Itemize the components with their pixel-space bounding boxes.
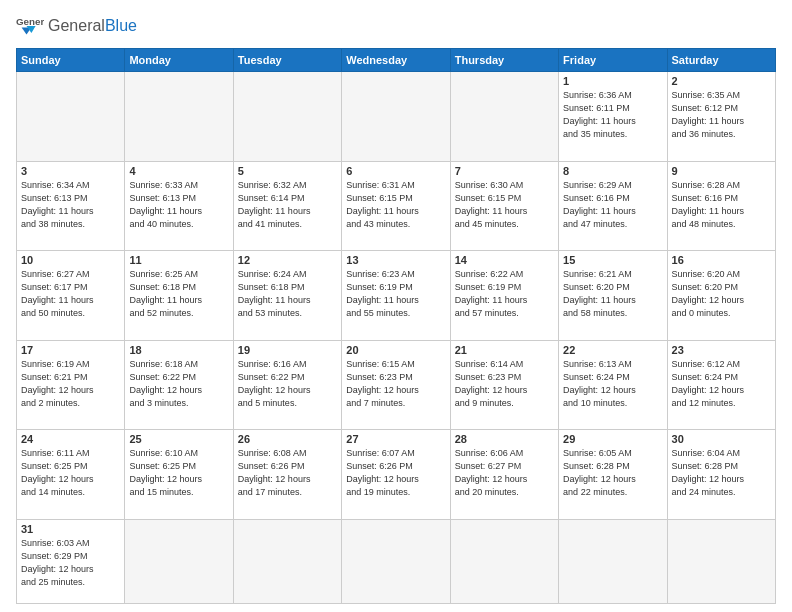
calendar-cell: 17Sunrise: 6:19 AM Sunset: 6:21 PM Dayli…: [17, 340, 125, 430]
day-info: Sunrise: 6:04 AM Sunset: 6:28 PM Dayligh…: [672, 447, 771, 499]
calendar-week-row: 10Sunrise: 6:27 AM Sunset: 6:17 PM Dayli…: [17, 251, 776, 341]
day-info: Sunrise: 6:19 AM Sunset: 6:21 PM Dayligh…: [21, 358, 120, 410]
day-info: Sunrise: 6:27 AM Sunset: 6:17 PM Dayligh…: [21, 268, 120, 320]
day-info: Sunrise: 6:21 AM Sunset: 6:20 PM Dayligh…: [563, 268, 662, 320]
day-info: Sunrise: 6:15 AM Sunset: 6:23 PM Dayligh…: [346, 358, 445, 410]
day-info: Sunrise: 6:25 AM Sunset: 6:18 PM Dayligh…: [129, 268, 228, 320]
day-number: 8: [563, 165, 662, 177]
day-number: 13: [346, 254, 445, 266]
calendar-week-row: 17Sunrise: 6:19 AM Sunset: 6:21 PM Dayli…: [17, 340, 776, 430]
day-number: 3: [21, 165, 120, 177]
calendar-cell: 6Sunrise: 6:31 AM Sunset: 6:15 PM Daylig…: [342, 161, 450, 251]
day-number: 25: [129, 433, 228, 445]
day-info: Sunrise: 6:16 AM Sunset: 6:22 PM Dayligh…: [238, 358, 337, 410]
calendar-cell: 18Sunrise: 6:18 AM Sunset: 6:22 PM Dayli…: [125, 340, 233, 430]
calendar-cell: 20Sunrise: 6:15 AM Sunset: 6:23 PM Dayli…: [342, 340, 450, 430]
day-number: 21: [455, 344, 554, 356]
calendar-cell: 24Sunrise: 6:11 AM Sunset: 6:25 PM Dayli…: [17, 430, 125, 520]
calendar-cell: 19Sunrise: 6:16 AM Sunset: 6:22 PM Dayli…: [233, 340, 341, 430]
calendar-cell: 21Sunrise: 6:14 AM Sunset: 6:23 PM Dayli…: [450, 340, 558, 430]
calendar-week-row: 1Sunrise: 6:36 AM Sunset: 6:11 PM Daylig…: [17, 72, 776, 162]
day-number: 2: [672, 75, 771, 87]
day-info: Sunrise: 6:33 AM Sunset: 6:13 PM Dayligh…: [129, 179, 228, 231]
calendar-cell: [342, 519, 450, 603]
calendar-cell: 10Sunrise: 6:27 AM Sunset: 6:17 PM Dayli…: [17, 251, 125, 341]
calendar-cell: 5Sunrise: 6:32 AM Sunset: 6:14 PM Daylig…: [233, 161, 341, 251]
day-number: 18: [129, 344, 228, 356]
calendar-cell: 8Sunrise: 6:29 AM Sunset: 6:16 PM Daylig…: [559, 161, 667, 251]
day-info: Sunrise: 6:29 AM Sunset: 6:16 PM Dayligh…: [563, 179, 662, 231]
day-number: 27: [346, 433, 445, 445]
weekday-header-row: SundayMondayTuesdayWednesdayThursdayFrid…: [17, 49, 776, 72]
day-info: Sunrise: 6:22 AM Sunset: 6:19 PM Dayligh…: [455, 268, 554, 320]
weekday-header-tuesday: Tuesday: [233, 49, 341, 72]
day-number: 10: [21, 254, 120, 266]
weekday-header-thursday: Thursday: [450, 49, 558, 72]
weekday-header-wednesday: Wednesday: [342, 49, 450, 72]
calendar-cell: 3Sunrise: 6:34 AM Sunset: 6:13 PM Daylig…: [17, 161, 125, 251]
day-info: Sunrise: 6:12 AM Sunset: 6:24 PM Dayligh…: [672, 358, 771, 410]
weekday-header-sunday: Sunday: [17, 49, 125, 72]
calendar-cell: [17, 72, 125, 162]
calendar-cell: [125, 519, 233, 603]
calendar-cell: 31Sunrise: 6:03 AM Sunset: 6:29 PM Dayli…: [17, 519, 125, 603]
day-info: Sunrise: 6:03 AM Sunset: 6:29 PM Dayligh…: [21, 537, 120, 589]
day-info: Sunrise: 6:05 AM Sunset: 6:28 PM Dayligh…: [563, 447, 662, 499]
page-header: General GeneralBlue: [16, 12, 776, 40]
calendar-cell: [450, 519, 558, 603]
calendar-cell: 1Sunrise: 6:36 AM Sunset: 6:11 PM Daylig…: [559, 72, 667, 162]
day-number: 15: [563, 254, 662, 266]
day-info: Sunrise: 6:10 AM Sunset: 6:25 PM Dayligh…: [129, 447, 228, 499]
calendar-week-row: 3Sunrise: 6:34 AM Sunset: 6:13 PM Daylig…: [17, 161, 776, 251]
calendar-cell: 15Sunrise: 6:21 AM Sunset: 6:20 PM Dayli…: [559, 251, 667, 341]
day-number: 7: [455, 165, 554, 177]
calendar-cell: 29Sunrise: 6:05 AM Sunset: 6:28 PM Dayli…: [559, 430, 667, 520]
calendar-cell: [559, 519, 667, 603]
weekday-header-saturday: Saturday: [667, 49, 775, 72]
day-info: Sunrise: 6:30 AM Sunset: 6:15 PM Dayligh…: [455, 179, 554, 231]
calendar-cell: 13Sunrise: 6:23 AM Sunset: 6:19 PM Dayli…: [342, 251, 450, 341]
day-number: 11: [129, 254, 228, 266]
calendar-cell: [233, 519, 341, 603]
day-info: Sunrise: 6:06 AM Sunset: 6:27 PM Dayligh…: [455, 447, 554, 499]
calendar-cell: 26Sunrise: 6:08 AM Sunset: 6:26 PM Dayli…: [233, 430, 341, 520]
day-number: 9: [672, 165, 771, 177]
calendar-cell: [450, 72, 558, 162]
day-number: 17: [21, 344, 120, 356]
calendar-cell: 25Sunrise: 6:10 AM Sunset: 6:25 PM Dayli…: [125, 430, 233, 520]
calendar-table: SundayMondayTuesdayWednesdayThursdayFrid…: [16, 48, 776, 604]
calendar-cell: 12Sunrise: 6:24 AM Sunset: 6:18 PM Dayli…: [233, 251, 341, 341]
day-info: Sunrise: 6:31 AM Sunset: 6:15 PM Dayligh…: [346, 179, 445, 231]
day-info: Sunrise: 6:20 AM Sunset: 6:20 PM Dayligh…: [672, 268, 771, 320]
day-info: Sunrise: 6:08 AM Sunset: 6:26 PM Dayligh…: [238, 447, 337, 499]
general-blue-logo-icon: General: [16, 12, 44, 40]
calendar-week-row: 24Sunrise: 6:11 AM Sunset: 6:25 PM Dayli…: [17, 430, 776, 520]
day-number: 5: [238, 165, 337, 177]
day-info: Sunrise: 6:36 AM Sunset: 6:11 PM Dayligh…: [563, 89, 662, 141]
calendar-cell: 11Sunrise: 6:25 AM Sunset: 6:18 PM Dayli…: [125, 251, 233, 341]
calendar-cell: [233, 72, 341, 162]
day-info: Sunrise: 6:24 AM Sunset: 6:18 PM Dayligh…: [238, 268, 337, 320]
day-number: 23: [672, 344, 771, 356]
day-number: 6: [346, 165, 445, 177]
day-number: 24: [21, 433, 120, 445]
calendar-cell: 23Sunrise: 6:12 AM Sunset: 6:24 PM Dayli…: [667, 340, 775, 430]
calendar-cell: [342, 72, 450, 162]
calendar-cell: 2Sunrise: 6:35 AM Sunset: 6:12 PM Daylig…: [667, 72, 775, 162]
day-number: 29: [563, 433, 662, 445]
calendar-cell: 22Sunrise: 6:13 AM Sunset: 6:24 PM Dayli…: [559, 340, 667, 430]
day-info: Sunrise: 6:34 AM Sunset: 6:13 PM Dayligh…: [21, 179, 120, 231]
day-info: Sunrise: 6:23 AM Sunset: 6:19 PM Dayligh…: [346, 268, 445, 320]
calendar-cell: 9Sunrise: 6:28 AM Sunset: 6:16 PM Daylig…: [667, 161, 775, 251]
day-info: Sunrise: 6:07 AM Sunset: 6:26 PM Dayligh…: [346, 447, 445, 499]
day-number: 1: [563, 75, 662, 87]
day-info: Sunrise: 6:32 AM Sunset: 6:14 PM Dayligh…: [238, 179, 337, 231]
calendar-week-row: 31Sunrise: 6:03 AM Sunset: 6:29 PM Dayli…: [17, 519, 776, 603]
calendar-cell: [125, 72, 233, 162]
day-info: Sunrise: 6:13 AM Sunset: 6:24 PM Dayligh…: [563, 358, 662, 410]
day-number: 28: [455, 433, 554, 445]
day-info: Sunrise: 6:18 AM Sunset: 6:22 PM Dayligh…: [129, 358, 228, 410]
day-info: Sunrise: 6:14 AM Sunset: 6:23 PM Dayligh…: [455, 358, 554, 410]
logo: General GeneralBlue: [16, 12, 137, 40]
weekday-header-friday: Friday: [559, 49, 667, 72]
